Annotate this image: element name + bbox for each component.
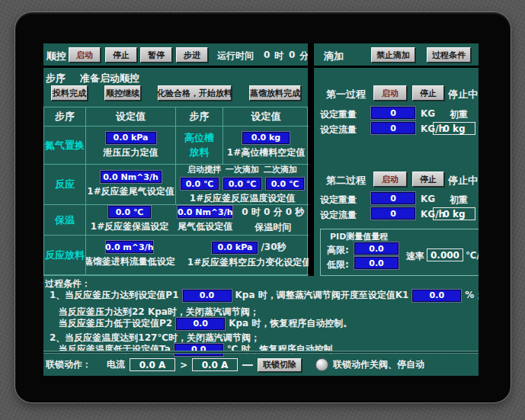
step-hold: 保温 (44, 205, 86, 236)
condition-line-1: 1、当反应釜压力达到设定值P1 0.0 Kpa 时，调整蒸汽调节阀开度至设定值K… (50, 289, 479, 302)
condition-text: Kpa 时，恢复程序自动控制。 (229, 317, 352, 330)
greater-than-sign: > (180, 360, 187, 370)
rate-unit: ℃/m (466, 250, 479, 261)
hold-temp-caption: 1#反应釜保温设定 (91, 220, 168, 233)
steps-table: 步序 设定值 步序 设定值 氮气置换 0.0 kPa 泄压压力定值 高位槽 放料… (43, 107, 308, 276)
cell-tail-gas: 0.0 Nm^3/h 1#反应釜尾气设定值 (86, 165, 176, 205)
pressure-rate-suffix: /30秒 (261, 241, 286, 254)
condition-text: %； (465, 289, 479, 302)
process1-init-weight-label: 初重 (450, 108, 468, 121)
cell-reaction-temps: 启动搅拌 一次滴加 二次滴加 0.0 ℃ 0.0 ℃ 0.0 ℃ 1#反应釜反应… (176, 165, 309, 205)
runtime-label: 运行时间 (217, 50, 254, 63)
step-nitrogen-purge: 氮气置换 (44, 127, 86, 165)
process1-start-button[interactable]: 启动 (373, 85, 407, 101)
process1-flow-label: 设定流量 (320, 123, 357, 136)
process-conditions-button[interactable]: 过程条件 (427, 47, 471, 63)
process1-title: 第一过程 (326, 88, 366, 101)
hold-time-caption: 保温时间 (254, 221, 291, 234)
cell-discharge-settings: 0.0 m^3/h 蒸馏釜进料流量低设定 0.0 kPa /30秒 1#反应釜料… (86, 236, 309, 275)
condition-line-3: 当反应釜压力低于设定值P2 0.0 Kpa 时，恢复程序自动控制。 (59, 317, 352, 330)
process1-init-weight-value: 0 kg (433, 122, 475, 135)
hmi-screen: 顺控 启动 停止 暂停 步进 运行时间 0 时 0 分 步序 准备启动顺控 投料… (43, 43, 479, 376)
second-add-label: 二次滴加 (264, 165, 297, 175)
p2-pressure-input[interactable]: 0.0 (176, 318, 225, 330)
process2-start-button[interactable]: 启动 (373, 172, 407, 187)
k1-opening-input[interactable]: 0.0 (412, 290, 461, 302)
header-text: 设定值 (251, 110, 281, 123)
seq-continue-button[interactable]: 顺控继续 (104, 85, 141, 101)
rate-label: 速率 (406, 250, 424, 263)
rate-value: 0.000 (427, 248, 463, 261)
process2-weight-unit: KG (421, 194, 435, 204)
test-pass-discharge-button[interactable]: 化验合格，开始放料 (158, 85, 232, 101)
pid-low-label: 低限: (327, 258, 349, 271)
current-measured-value: 0.0 A (130, 358, 175, 371)
still-feed-flow-input[interactable]: 0.0 m^3/h (106, 241, 153, 253)
seq-stop-button[interactable]: 停止 (105, 47, 137, 63)
panel-divider (308, 43, 314, 276)
second-add-temp-input[interactable]: 0.0 ℃ (266, 178, 304, 190)
condition-text: Kpa 时，调整蒸汽调节阀开度至设定值K1 (235, 289, 409, 302)
connector-line (242, 364, 253, 366)
p1-pressure-input[interactable]: 0.0 (183, 290, 232, 302)
tail-gas-input[interactable]: 0.0 Nm^3/h (101, 171, 162, 183)
current-label: 电流 (107, 358, 125, 371)
seq-pause-button[interactable]: 暂停 (140, 47, 172, 63)
current-threshold-input[interactable]: 0.0 A (192, 358, 238, 371)
process2-weight-label: 设定重量 (320, 194, 357, 207)
dripping-panel: 滴加 禁止滴加 过程条件 第一过程 启动 停止 停止中 设定重量 0 KG 初重… (314, 43, 479, 276)
process2-status: 停止中 (448, 174, 478, 188)
step-label: 反应 (55, 178, 75, 191)
interlock-row: 联锁动作： 电流 0.0 A > 0.0 A 联锁切除 联锁动作关阀、停自动 (43, 354, 479, 376)
process2-init-weight-label: 初重 (450, 194, 468, 207)
header-text: 步序 (55, 110, 75, 123)
pid-low-input[interactable]: 0.0 (354, 257, 399, 269)
col-header-value2: 设定值 (223, 107, 309, 127)
seq-start-button[interactable]: 启动 (69, 47, 101, 63)
first-add-temp-input[interactable]: 0.0 ℃ (223, 178, 261, 190)
process1-weight-unit: KG (421, 108, 435, 119)
forbid-dripping-button[interactable]: 禁止滴加 (371, 47, 415, 63)
runtime-hours-unit: 时 (274, 50, 283, 63)
step-high-tank-discharge: 高位槽 放料 (176, 127, 223, 165)
first-add-label: 一次滴加 (226, 165, 259, 175)
process2-flow-label: 设定流量 (320, 209, 357, 222)
empty-pressure-caption: 1#反应釜料空压力变化设定值 (187, 256, 309, 269)
process2-flow-input[interactable]: 0 (371, 207, 415, 220)
stir-temp-input[interactable]: 0.0 ℃ (181, 178, 219, 190)
header-text: 设定值 (116, 110, 146, 123)
condition-text: 当反应釜压力低于设定值P2 (59, 317, 172, 330)
empty-pressure-input[interactable]: 0.0 kPa (212, 242, 258, 254)
runtime-hours: 0 (264, 50, 270, 60)
process-conditions-section: 过程条件： 1、当反应釜压力达到设定值P1 0.0 Kpa 时，调整蒸汽调节阀开… (43, 276, 479, 351)
hold-time-value: 0 时 0 分 0 秒 (242, 206, 304, 219)
step-label: 反应放料 (45, 248, 85, 262)
pid-range-title: PID测量值量程 (330, 231, 388, 242)
interlock-cutoff-button[interactable]: 联锁切除 (258, 358, 302, 372)
step-label: 保温 (55, 213, 75, 227)
process2-init-weight-value: 0 kg (433, 207, 475, 220)
dripping-label: 滴加 (324, 50, 344, 63)
process1-stop-button[interactable]: 停止 (412, 85, 444, 101)
process2-title: 第二过程 (326, 174, 366, 188)
process1-weight-input[interactable]: 0 (371, 107, 415, 119)
pid-range-box: PID测量值量程 高限: 0.0 低限: 0.0 速率 0.000 ℃/m (320, 229, 479, 276)
distill-discharge-complete-button[interactable]: 蒸馏放料完成 (249, 85, 301, 101)
hold-gas-input[interactable]: 0.0 Nm^3/h (178, 206, 232, 218)
relief-pressure-input[interactable]: 0.0 kPa (106, 132, 156, 144)
seq-step-button[interactable]: 步进 (176, 47, 208, 63)
hold-temp-input[interactable]: 0.0 ℃ (108, 206, 151, 218)
condition-text: 1、当反应釜压力达到设定值P1 (50, 289, 179, 302)
process2-weight-input[interactable]: 0 (371, 192, 415, 204)
pid-high-input[interactable]: 0.0 (354, 242, 399, 255)
col-header-step1: 步序 (44, 107, 86, 127)
cell-hold-settings: 0.0 ℃ 1#反应釜保温设定 0.0 Nm^3/h 尾气低设定值 0 时 0 … (86, 205, 309, 236)
process2-stop-button[interactable]: 停止 (412, 172, 444, 187)
feed-complete-button[interactable]: 投料完成 (51, 85, 88, 101)
hold-gas-caption: 尾气低设定值 (178, 220, 232, 233)
interlock-label: 联锁动作： (46, 358, 91, 371)
step-label: 放料 (190, 146, 210, 159)
high-tank-empty-input[interactable]: 0.0 kg (242, 132, 290, 144)
process1-flow-input[interactable]: 0 (371, 122, 415, 134)
process1-weight-label: 设定重量 (320, 108, 357, 121)
